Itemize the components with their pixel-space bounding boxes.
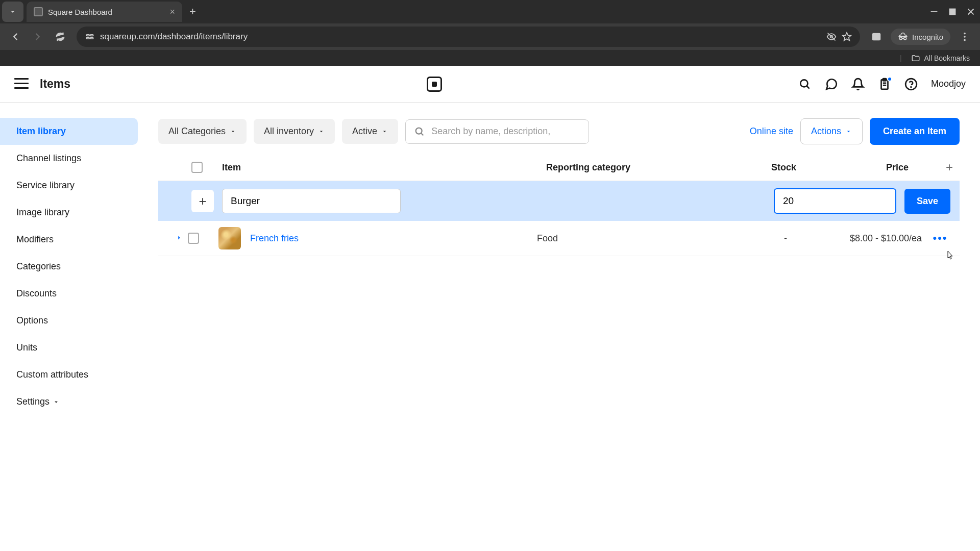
row-more-button[interactable]: ••• [930,232,950,245]
app-header: Items Moodjoy [0,66,980,103]
bell-icon[interactable] [851,78,865,91]
browser-menu-button[interactable] [955,28,974,46]
all-bookmarks-link[interactable]: All Bookmarks [924,54,970,62]
select-all-checkbox[interactable] [191,162,203,173]
inline-edit-row: + Save [158,181,960,221]
hamburger-menu-button[interactable] [14,78,29,90]
item-name-link[interactable]: French fries [250,233,537,244]
sidebar-item-discounts[interactable]: Discounts [0,280,143,307]
create-item-button[interactable]: Create an Item [870,118,960,145]
svg-rect-3 [90,35,93,36]
column-stock: Stock [730,162,806,173]
svg-rect-4 [86,38,89,39]
forward-button[interactable] [29,28,47,46]
sidebar-item-label: Discounts [16,288,57,299]
table-header: Item Reporting category Stock Price + [158,154,960,181]
add-image-button[interactable]: + [191,190,214,212]
url-text: squareup.com/dashboard/items/library [100,32,821,42]
add-column-button[interactable]: + [939,160,960,174]
sidebar-item-categories[interactable]: Categories [0,253,143,280]
content-area: All Categories All inventory Active Onli… [143,103,980,551]
square-logo-icon[interactable] [427,77,442,92]
search-input[interactable] [431,126,580,137]
svg-rect-1 [950,9,955,15]
star-icon[interactable] [842,32,852,42]
reload-button[interactable] [51,28,69,46]
notification-dot-icon [887,77,892,82]
window-close-button[interactable] [962,3,980,21]
sidebar-item-units[interactable]: Units [0,334,143,361]
svg-marker-8 [843,33,851,41]
chevron-down-icon [9,8,17,16]
column-price: Price [806,162,939,173]
eye-off-icon[interactable] [826,32,837,42]
url-bar[interactable]: squareup.com/dashboard/items/library [77,27,860,47]
item-stock: - [721,233,797,244]
tab-title: Square Dashboard [48,8,164,16]
column-reporting-category: Reporting category [546,162,730,173]
chevron-down-icon [53,398,60,406]
new-tab-button[interactable]: + [189,5,196,18]
svg-rect-0 [931,11,938,12]
sidebar-item-label: Options [16,315,48,326]
side-panel-button[interactable] [867,28,886,46]
clipboard-icon[interactable] [878,78,891,91]
sidebar-item-label: Service library [16,180,75,191]
incognito-icon [898,32,908,42]
filter-status[interactable]: Active [342,119,398,144]
nav-bar: squareup.com/dashboard/items/library Inc… [0,23,980,50]
sidebar-item-label: Channel listings [16,153,81,164]
tab-search-dropdown[interactable] [2,2,23,22]
folder-icon [911,54,920,63]
expand-row-button[interactable] [170,233,188,244]
search-box[interactable] [405,119,589,144]
sidebar-item-settings[interactable]: Settings [0,388,143,415]
sidebar-item-image-library[interactable]: Image library [0,199,143,226]
chevron-down-icon [318,128,325,135]
actions-dropdown[interactable]: Actions [800,118,863,144]
actions-label: Actions [811,126,841,137]
page-title: Items [40,77,70,91]
sidebar-item-service-library[interactable]: Service library [0,172,143,199]
sidebar-item-label: Settings [16,396,50,407]
back-button[interactable] [6,28,24,46]
bookmarks-bar: | All Bookmarks [0,50,980,66]
svg-point-21 [911,86,911,87]
sidebar-item-item-library[interactable]: Item library [0,118,138,145]
item-price-input[interactable] [774,188,896,214]
chevron-right-icon [176,234,183,241]
svg-rect-9 [873,34,880,40]
window-minimize-button[interactable] [925,3,943,21]
sidebar-item-label: Image library [16,207,69,218]
close-tab-icon[interactable]: × [169,7,175,17]
search-icon[interactable] [798,78,812,91]
window-maximize-button[interactable] [943,3,962,21]
sidebar-item-custom-attributes[interactable]: Custom attributes [0,361,143,388]
incognito-label: Incognito [912,33,943,41]
online-site-link[interactable]: Online site [750,126,793,137]
save-button[interactable]: Save [904,189,950,214]
filter-label: All inventory [264,126,314,137]
favicon-icon [34,7,43,16]
help-icon[interactable] [904,78,918,91]
filter-inventory[interactable]: All inventory [254,119,335,144]
sidebar-item-options[interactable]: Options [0,307,143,334]
row-checkbox[interactable] [188,233,199,244]
sidebar-item-channel-listings[interactable]: Channel listings [0,145,143,172]
svg-point-13 [964,39,966,41]
incognito-badge[interactable]: Incognito [891,29,950,45]
filter-label: All Categories [168,126,226,137]
filter-categories[interactable]: All Categories [158,119,247,144]
chat-icon[interactable] [825,78,838,91]
browser-tab[interactable]: Square Dashboard × [27,2,182,22]
sidebar-item-modifiers[interactable]: Modifiers [0,226,143,253]
item-name-input[interactable] [222,189,401,213]
item-price: $8.00 - $10.00/ea [797,233,930,244]
table-row[interactable]: French fries Food - $8.00 - $10.00/ea ••… [158,221,960,256]
filter-label: Active [352,126,377,137]
user-name[interactable]: Moodjoy [931,79,966,89]
chevron-down-icon [845,128,852,135]
site-controls-icon[interactable] [85,32,95,42]
item-category: Food [537,233,721,244]
svg-rect-2 [86,35,89,36]
